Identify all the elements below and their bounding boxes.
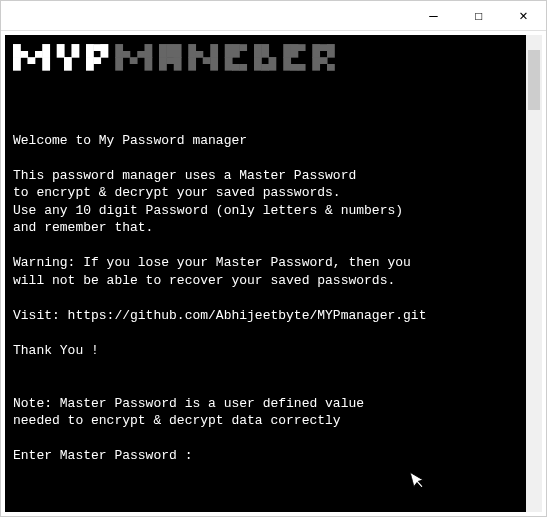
maximize-icon: ☐ <box>474 7 482 24</box>
maximize-button[interactable]: ☐ <box>456 1 501 30</box>
description-line: This password manager uses a Master Pass… <box>13 167 518 185</box>
description-line: and remember that. <box>13 219 518 237</box>
blank-line <box>13 430 518 448</box>
minimize-button[interactable]: — <box>411 1 456 30</box>
logo-bright2: █ ▀ █ █ █▀ <box>13 57 108 72</box>
close-icon: ✕ <box>519 7 527 24</box>
logo-gray2: █ ▀ █ █▀█ █ ▀█ █▄▄ █▄█ █▄▄ █▀▄ <box>108 57 334 72</box>
blank-line <box>13 290 518 308</box>
welcome-text: Welcome to My Password manager <box>13 132 518 150</box>
blank-line <box>13 97 518 115</box>
description-line: to encrypt & decrypt your saved password… <box>13 184 518 202</box>
blank-line <box>13 114 518 132</box>
titlebar-buttons: — ☐ ✕ <box>411 1 546 30</box>
console-window: — ☐ ✕ █▄ ▄█ █ █ █▀█ █▄ ▄█ ███ █▄ █ ██▀ █… <box>0 0 547 517</box>
warning-line: Warning: If you lose your Master Passwor… <box>13 254 518 272</box>
blank-line <box>13 237 518 255</box>
scrollbar-thumb[interactable] <box>528 50 540 110</box>
thanks-text: Thank You ! <box>13 342 518 360</box>
note-line: Note: Master Password is a user defined … <box>13 395 518 413</box>
minimize-icon: — <box>429 8 437 24</box>
blank-line <box>13 79 518 97</box>
description-line: Use any 10 digit Password (only letters … <box>13 202 518 220</box>
master-password-input[interactable] <box>192 448 518 463</box>
blank-line <box>13 377 518 395</box>
blank-line <box>13 325 518 343</box>
prompt-label: Enter Master Password : <box>13 447 192 465</box>
visit-link-text: Visit: https://github.com/Abhijeetbyte/M… <box>13 307 518 325</box>
console-area: █▄ ▄█ █ █ █▀█ █▄ ▄█ ███ █▄ █ ██▀ ██ ██▀ … <box>5 35 542 512</box>
ascii-logo: █▄ ▄█ █ █ █▀█ █▄ ▄█ ███ █▄ █ ██▀ ██ ██▀ … <box>13 45 518 71</box>
warning-line: will not be able to recover your saved p… <box>13 272 518 290</box>
blank-line <box>13 149 518 167</box>
window-titlebar: — ☐ ✕ <box>1 1 546 31</box>
prompt-line: Enter Master Password : <box>13 447 518 465</box>
note-line: needed to encrypt & decrypt data correct… <box>13 412 518 430</box>
console-content[interactable]: █▄ ▄█ █ █ █▀█ █▄ ▄█ ███ █▄ █ ██▀ ██ ██▀ … <box>5 35 526 512</box>
blank-line <box>13 360 518 378</box>
vertical-scrollbar[interactable] <box>526 35 542 512</box>
close-button[interactable]: ✕ <box>501 1 546 30</box>
